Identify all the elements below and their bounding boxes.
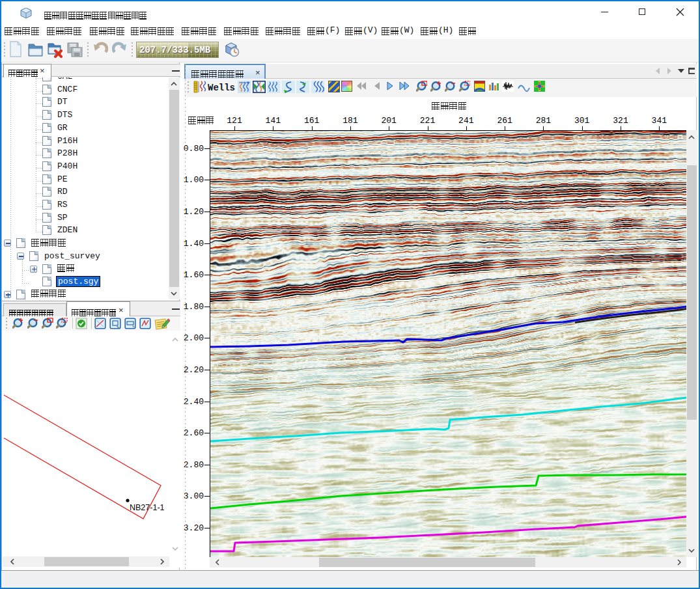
svg-text:NB27-1-1: NB27-1-1 — [130, 503, 165, 512]
